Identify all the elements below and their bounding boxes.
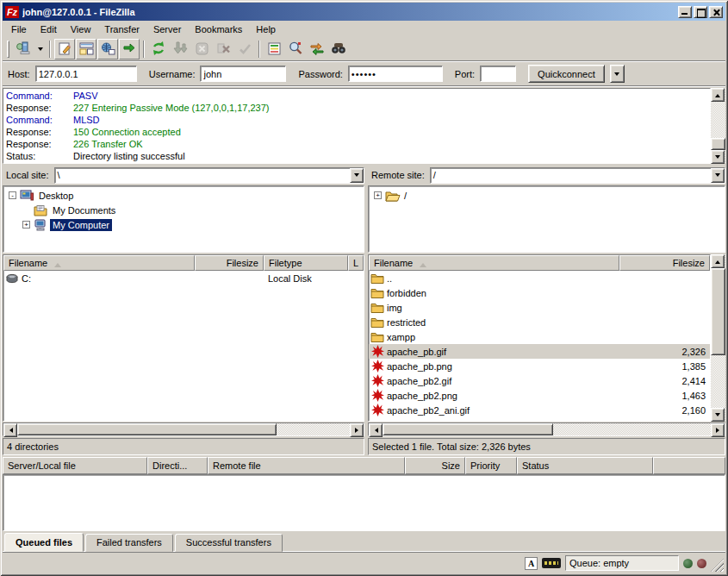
tree-item-desktop[interactable]: - Desktop bbox=[5, 188, 364, 203]
menu-edit[interactable]: Edit bbox=[34, 22, 64, 36]
menu-view[interactable]: View bbox=[64, 22, 98, 36]
tab-successful-transfers[interactable]: Successful transfers bbox=[175, 534, 283, 552]
local-horizontal-scrollbar[interactable] bbox=[3, 423, 364, 436]
queue-body[interactable] bbox=[3, 474, 725, 531]
scroll-right-button[interactable] bbox=[350, 423, 364, 437]
tab-failed-transfers[interactable]: Failed transfers bbox=[85, 534, 173, 552]
file-size: 2,326 bbox=[619, 347, 710, 357]
local-site-dropdown-button[interactable] bbox=[350, 168, 364, 183]
quickconnect-button[interactable]: Quickconnect bbox=[528, 65, 605, 83]
column-header-filetype[interactable]: Filetype bbox=[264, 255, 348, 271]
abort-button[interactable] bbox=[234, 39, 255, 59]
scrollbar-thumb[interactable] bbox=[711, 138, 725, 150]
local-file-row[interactable]: C: Local Disk bbox=[3, 271, 364, 285]
scroll-right-button[interactable] bbox=[711, 423, 725, 437]
file-name: .. bbox=[387, 273, 392, 284]
process-queue-button[interactable] bbox=[170, 39, 190, 59]
column-header-status[interactable]: Status bbox=[517, 457, 653, 474]
column-header-priority[interactable]: Priority bbox=[465, 457, 517, 474]
scroll-left-button[interactable] bbox=[3, 423, 17, 437]
column-header-filesize[interactable]: Filesize bbox=[195, 255, 264, 271]
file-name: apache_pb.gif bbox=[387, 347, 446, 357]
sort-ascending-icon bbox=[420, 260, 426, 267]
remote-file-row[interactable]: img bbox=[369, 300, 710, 315]
title-bar[interactable]: Fz john@127.0.0.1 - FileZilla bbox=[3, 3, 725, 21]
column-header-direction[interactable]: Directi... bbox=[147, 457, 208, 474]
remote-file-row[interactable]: restricted bbox=[369, 315, 710, 329]
toggle-message-log-button[interactable] bbox=[54, 39, 75, 59]
tab-queued-files[interactable]: Queued files bbox=[4, 533, 84, 552]
disconnect-button[interactable] bbox=[213, 39, 233, 59]
remote-file-row[interactable]: apache_pb2.png 1,463 bbox=[369, 388, 710, 403]
local-directory-tree: - Desktop My Documents + My Computer bbox=[3, 185, 364, 253]
folder-icon bbox=[370, 330, 384, 343]
remote-file-row[interactable]: .. bbox=[369, 271, 710, 285]
remote-file-row[interactable]: apache_pb2.gif 2,414 bbox=[369, 373, 710, 388]
remote-file-row[interactable]: apache_pb.png 1,385 bbox=[369, 359, 710, 373]
menu-transfer[interactable]: Transfer bbox=[97, 22, 146, 36]
remote-site-combo[interactable]: / bbox=[430, 167, 725, 184]
column-header-filename[interactable]: Filename bbox=[369, 255, 619, 271]
quickconnect-dropdown-button[interactable] bbox=[610, 65, 625, 83]
toggle-local-tree-button[interactable] bbox=[76, 39, 96, 59]
directory-listing-filters-button[interactable] bbox=[264, 39, 284, 59]
cancel-operation-button[interactable] bbox=[191, 39, 212, 59]
scroll-left-button[interactable] bbox=[369, 423, 383, 437]
sync-arrows-icon bbox=[309, 41, 325, 58]
toolbar-separator bbox=[143, 41, 145, 58]
tree-item-my-documents[interactable]: My Documents bbox=[5, 203, 364, 217]
host-input[interactable] bbox=[35, 66, 137, 82]
column-header-filename[interactable]: Filename bbox=[3, 255, 195, 271]
arrow-left-icon bbox=[372, 428, 378, 433]
remote-vertical-scrollbar[interactable] bbox=[711, 254, 725, 422]
log-label: Status: bbox=[6, 150, 73, 162]
toggle-remote-tree-button[interactable] bbox=[97, 39, 118, 59]
column-header-server-local-file[interactable]: Server/Local file bbox=[3, 457, 147, 474]
scrollbar-thumb[interactable] bbox=[711, 268, 725, 355]
minimize-button[interactable] bbox=[678, 6, 692, 18]
remote-horizontal-scrollbar[interactable] bbox=[368, 423, 725, 436]
scrollbar-thumb[interactable] bbox=[17, 423, 277, 435]
column-header-last-modified[interactable]: L bbox=[348, 255, 364, 271]
remote-file-row-selected[interactable]: apache_pb.gif 2,326 bbox=[369, 344, 710, 359]
password-input[interactable] bbox=[348, 66, 443, 82]
refresh-button[interactable] bbox=[148, 39, 169, 59]
directory-comparison-button[interactable] bbox=[285, 39, 306, 59]
find-files-button[interactable] bbox=[328, 39, 349, 59]
local-site-combo[interactable]: \ bbox=[54, 167, 364, 184]
menu-help[interactable]: Help bbox=[249, 22, 283, 36]
port-input[interactable] bbox=[480, 66, 516, 82]
column-header-filler bbox=[653, 457, 725, 474]
quickconnect-bar: Host: Username: Password: Port: Quickcon… bbox=[3, 62, 725, 86]
remote-site-dropdown-button[interactable] bbox=[711, 168, 725, 183]
tree-item-root[interactable]: + / bbox=[370, 188, 725, 203]
remote-file-row[interactable]: xampp bbox=[369, 329, 710, 344]
column-header-size[interactable]: Size bbox=[405, 457, 465, 474]
log-vertical-scrollbar[interactable] bbox=[711, 88, 725, 164]
site-manager-dropdown-button[interactable] bbox=[34, 40, 46, 59]
scroll-up-button[interactable] bbox=[711, 88, 725, 102]
scroll-down-button[interactable] bbox=[711, 408, 725, 422]
tree-item-my-computer[interactable]: + My Computer bbox=[5, 217, 364, 232]
collapse-expander[interactable]: - bbox=[9, 191, 16, 199]
menu-bookmarks[interactable]: Bookmarks bbox=[188, 22, 249, 36]
username-input[interactable] bbox=[200, 66, 286, 82]
close-button[interactable] bbox=[709, 6, 723, 18]
remote-file-row[interactable]: forbidden bbox=[369, 285, 710, 300]
site-manager-button[interactable] bbox=[13, 39, 34, 59]
column-header-remote-file[interactable]: Remote file bbox=[208, 457, 405, 474]
expand-expander[interactable]: + bbox=[22, 221, 30, 229]
resize-grip[interactable] bbox=[711, 559, 724, 572]
toolbar-grip[interactable] bbox=[7, 41, 9, 58]
column-header-filesize[interactable]: Filesize bbox=[619, 255, 710, 271]
expand-expander[interactable]: + bbox=[374, 191, 382, 199]
scrollbar-thumb[interactable] bbox=[383, 423, 553, 435]
maximize-button[interactable] bbox=[694, 6, 707, 18]
toggle-transfer-queue-button[interactable] bbox=[119, 39, 140, 59]
scroll-up-button[interactable] bbox=[711, 254, 725, 268]
menu-file[interactable]: File bbox=[4, 22, 34, 36]
scroll-down-button[interactable] bbox=[711, 150, 725, 164]
remote-file-row[interactable]: apache_pb2_ani.gif 2,160 bbox=[369, 403, 710, 417]
synchronized-browsing-button[interactable] bbox=[307, 39, 327, 59]
menu-server[interactable]: Server bbox=[146, 22, 188, 36]
